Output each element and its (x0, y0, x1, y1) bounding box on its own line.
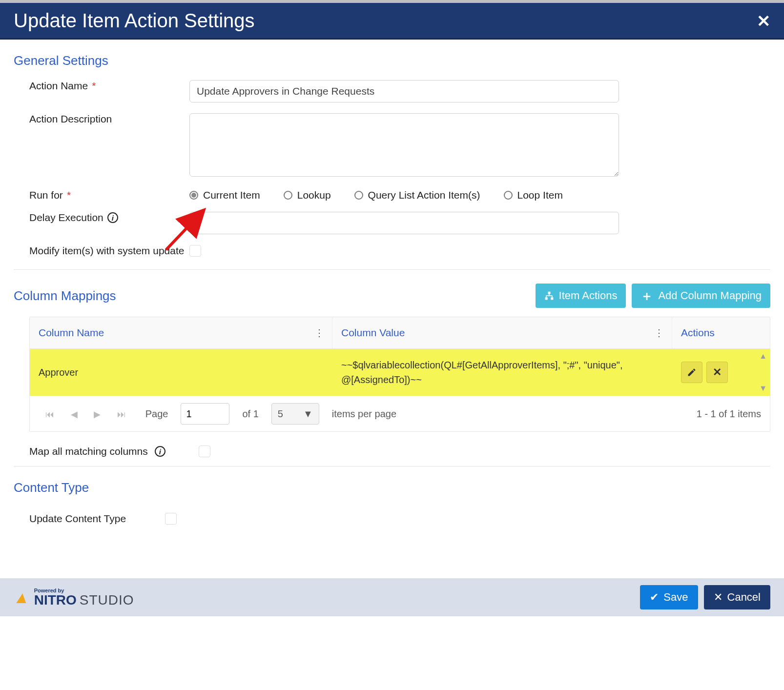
close-icon: ✕ (713, 366, 722, 379)
brand-logo: ▲ Powered by NITRO STUDIO (14, 588, 134, 607)
pager-first-icon[interactable]: ⏮ (45, 409, 54, 419)
section-content-type-title: Content Type (14, 480, 770, 495)
run-for-label: Run for* (14, 189, 189, 201)
pager-page-label: Page (145, 408, 168, 420)
info-icon[interactable]: i (155, 446, 165, 457)
table-row[interactable]: Approver ~~$qlvariablecollection(QL#[Get… (30, 349, 770, 396)
radio-loop-item[interactable]: Loop Item (504, 189, 563, 201)
delay-execution-input[interactable] (189, 212, 619, 234)
grid-header-actions: Actions (672, 317, 770, 348)
check-icon: ✔ (650, 591, 659, 604)
section-column-mappings-title: Column Mappings (14, 288, 116, 304)
svg-rect-2 (551, 297, 553, 300)
delay-execution-label: Delay Execution i (14, 212, 189, 223)
action-description-input[interactable] (189, 113, 619, 177)
action-name-label: Action Name* (14, 80, 189, 92)
pager-summary: 1 - 1 of 1 items (697, 408, 761, 420)
dialog-footer: ▲ Powered by NITRO STUDIO ✔ Save ✕ Cance… (0, 578, 784, 616)
sitemap-icon (544, 291, 554, 301)
delete-row-button[interactable]: ✕ (706, 362, 728, 383)
dialog-header: Update Item Action Settings ✕ (0, 0, 784, 40)
pager-prev-icon[interactable]: ◀ (71, 409, 78, 419)
grid-header-column-name[interactable]: Column Name⋮ (30, 317, 332, 348)
svg-rect-0 (548, 292, 550, 294)
map-all-checkbox[interactable] (199, 446, 210, 457)
grid-header-column-value[interactable]: Column Value⋮ (332, 317, 672, 348)
action-description-label: Action Description (14, 113, 189, 125)
info-icon[interactable]: i (107, 212, 118, 223)
grid-pager: ⏮ ◀ ▶ ⏭ Page of 1 5 ▼ items per page 1 -… (30, 396, 770, 431)
cell-column-value: ~~$qlvariablecollection(QL#[GetAllApprov… (332, 349, 672, 396)
update-content-type-checkbox[interactable] (165, 513, 177, 525)
divider (14, 269, 770, 270)
section-general-title: General Settings (14, 53, 770, 68)
row-move-down-icon[interactable]: ▼ (759, 384, 767, 393)
pager-next-icon[interactable]: ▶ (94, 409, 101, 419)
item-actions-button[interactable]: Item Actions (536, 284, 626, 308)
cancel-button[interactable]: ✕ Cancel (704, 585, 770, 609)
edit-row-button[interactable] (681, 362, 702, 383)
pager-page-input[interactable] (181, 403, 229, 425)
modify-system-checkbox[interactable] (189, 245, 201, 257)
modify-system-label: Modify item(s) with system update (14, 245, 189, 257)
svg-rect-1 (545, 297, 547, 300)
save-button[interactable]: ✔ Save (640, 585, 698, 609)
pager-pagesize-select[interactable]: 5 ▼ (271, 403, 319, 425)
pencil-icon (687, 367, 697, 377)
pager-last-icon[interactable]: ⏭ (117, 409, 126, 419)
cell-column-name: Approver (30, 349, 332, 396)
close-icon[interactable]: ✕ (757, 11, 770, 31)
dialog-title: Update Item Action Settings (14, 10, 255, 32)
update-content-type-label: Update Content Type (29, 513, 126, 525)
map-all-label: Map all matching columns (29, 446, 148, 457)
radio-query-list[interactable]: Query List Action Item(s) (354, 189, 480, 201)
pager-nav: ⏮ ◀ ▶ ⏭ (39, 408, 133, 420)
radio-current-item[interactable]: Current Item (189, 189, 260, 201)
kebab-icon[interactable]: ⋮ (314, 327, 323, 339)
logo-icon: ▲ (12, 588, 31, 607)
close-icon: ✕ (714, 591, 722, 604)
pager-perpage-label: items per page (332, 408, 396, 420)
run-for-radio-group: Current Item Lookup Query List Action It… (189, 189, 770, 201)
row-move-up-icon[interactable]: ▲ (759, 352, 767, 361)
action-name-input[interactable] (189, 80, 619, 102)
divider (14, 466, 770, 467)
pager-of-label: of 1 (242, 408, 258, 420)
add-column-mapping-button[interactable]: ＋ Add Column Mapping (632, 284, 770, 308)
column-mappings-grid: Column Name⋮ Column Value⋮ Actions Appro… (29, 317, 770, 432)
caret-down-icon: ▼ (303, 408, 313, 420)
radio-lookup[interactable]: Lookup (284, 189, 331, 201)
kebab-icon[interactable]: ⋮ (654, 327, 663, 339)
